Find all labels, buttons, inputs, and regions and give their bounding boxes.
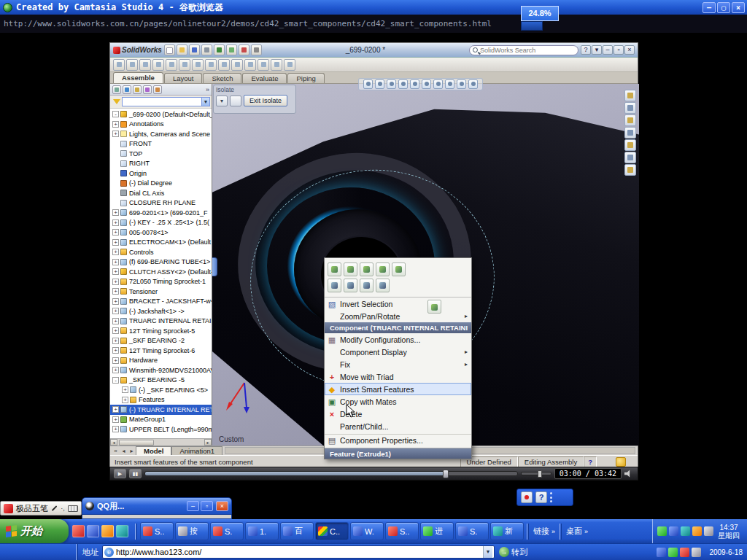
tree-expand-toggle[interactable]: - [112, 111, 119, 117]
view-toolbar-icon[interactable] [375, 79, 384, 89]
tray-icon[interactable] [680, 548, 689, 557]
tree-item[interactable]: + (-) TRUARC INTERNAL RETA [110, 405, 212, 415]
speaker-icon[interactable] [624, 470, 634, 478]
tree-expand-toggle[interactable] [112, 141, 119, 147]
taskbar-app-button[interactable]: 新 [490, 522, 524, 540]
tree-item[interactable]: + (-) Jackshaft<1> -> [110, 306, 212, 316]
taskbar-clock[interactable]: 14:37 星期四 [716, 524, 744, 540]
tree-item[interactable]: + UPPER BELT (Length=990m [110, 424, 212, 435]
panel-tab-icon[interactable] [153, 85, 162, 94]
volume-slider[interactable] [521, 472, 551, 475]
context-menu-item[interactable]: Fix ▸ [325, 358, 471, 370]
toolbar-icon[interactable] [189, 44, 200, 55]
tree-expand-toggle[interactable]: + [112, 239, 119, 246]
tree-item[interactable]: + (-) KEY - .25 X .25<1> (1.5( [110, 218, 212, 228]
go-button[interactable]: → 转到 [499, 547, 527, 558]
start-button[interactable]: 开始 [0, 519, 69, 543]
tree-expand-toggle[interactable] [112, 150, 119, 157]
toolbar-grip[interactable] [135, 524, 137, 540]
context-menu-icon[interactable] [328, 279, 341, 292]
toolbar-icon[interactable] [201, 44, 212, 55]
toolbar-icon[interactable] [192, 59, 204, 71]
address-input[interactable] [116, 548, 481, 556]
context-menu-icon[interactable] [344, 262, 357, 276]
search-input[interactable] [480, 47, 575, 54]
tree-expand-toggle[interactable] [112, 160, 119, 167]
toolbar-icon[interactable] [179, 59, 190, 71]
desktop-toolbar[interactable]: 桌面» [566, 526, 588, 537]
tree-item[interactable]: + Tensioner [110, 287, 212, 297]
toolbar-icon[interactable] [164, 44, 175, 55]
chevron-down-icon[interactable]: ▼ [201, 98, 209, 106]
tray-icon[interactable] [668, 548, 678, 557]
taskbar-app-button[interactable]: S.. [140, 522, 174, 540]
context-menu-icon[interactable] [344, 279, 357, 292]
tree-expand-toggle[interactable]: + [112, 268, 119, 275]
tree-expand-toggle[interactable]: + [112, 426, 119, 432]
window-control-button[interactable]: – [603, 45, 613, 55]
context-menu-icon[interactable] [360, 262, 374, 276]
right-toolbar-icon[interactable] [624, 152, 636, 163]
tree-expand-toggle[interactable] [112, 200, 119, 206]
view-toolbar-icon[interactable] [433, 79, 443, 89]
tree-expand-toggle[interactable]: + [112, 259, 119, 265]
tray-icon[interactable] [657, 526, 667, 536]
tree-expand-toggle[interactable]: - [112, 377, 119, 384]
context-menu-icon[interactable] [376, 262, 390, 276]
save-icon[interactable] [230, 96, 241, 106]
context-menu-item[interactable]: Modify Configurations... [325, 333, 471, 346]
context-menu-icon[interactable] [392, 262, 406, 276]
status-help-button[interactable]: ? [584, 456, 597, 467]
window-control-button[interactable]: ▾ [592, 45, 602, 55]
tree-item[interactable]: + 005-0078<1> [110, 228, 212, 238]
quick-launch-icon[interactable] [116, 525, 128, 537]
pause-button[interactable]: ▮▮ [129, 469, 142, 478]
tree-item[interactable]: + Features [110, 395, 212, 405]
tree-expand-toggle[interactable]: + [112, 219, 119, 226]
tree-item[interactable]: + (f) 699-BEARING TUBE<1> [110, 257, 212, 268]
tree-item[interactable]: + ELECTROCAM<1> (Default [110, 238, 212, 248]
browser-window-button[interactable]: – [703, 2, 716, 13]
view-toolbar-icon[interactable] [422, 79, 431, 89]
more-options-icon[interactable] [550, 492, 553, 502]
taskbar-app-button[interactable]: 按 [175, 522, 209, 540]
context-menu-icon[interactable] [376, 279, 390, 292]
toolbar-icon[interactable] [218, 59, 230, 71]
tree-expand-toggle[interactable]: + [112, 318, 119, 324]
tree-expand-toggle[interactable]: + [112, 338, 119, 344]
panel-splitter-handle[interactable] [212, 257, 217, 276]
command-tab[interactable]: Layout [164, 73, 203, 83]
tree-item[interactable]: + BRACKET - JACKSHAFT-w< [110, 297, 212, 307]
qq-window-button[interactable]: – [187, 501, 199, 511]
ime-pen-icon[interactable] [52, 505, 58, 511]
volume-thumb[interactable] [538, 470, 542, 478]
tree-item[interactable]: + 12T Timing Sprocket-5 [110, 326, 212, 336]
command-tab[interactable]: Assemble [113, 72, 163, 83]
context-menu-icon[interactable] [427, 300, 441, 314]
view-toolbar-icon[interactable] [468, 79, 478, 89]
right-toolbar-icon[interactable] [624, 127, 636, 139]
tab-nav-button[interactable]: ▸ [128, 448, 136, 454]
tree-expand-toggle[interactable]: + [112, 131, 119, 137]
toolbar-icon[interactable] [244, 59, 256, 71]
window-control-button[interactable]: ? [581, 45, 591, 55]
context-menu-item[interactable]: Insert Smart Features [325, 383, 471, 395]
tree-item[interactable]: + Hardware [110, 356, 212, 366]
view-toolbar-icon[interactable] [363, 79, 373, 89]
command-tab[interactable]: Piping [287, 73, 324, 83]
play-button[interactable]: ▶ [114, 469, 126, 478]
toolbar-icon[interactable] [226, 44, 237, 55]
bottom-tab[interactable]: Animation1 [171, 446, 222, 455]
browser-window-button[interactable]: ▢ [717, 2, 730, 13]
toolbar-icon[interactable] [177, 44, 187, 55]
tree-item[interactable]: + Annotations [110, 120, 212, 130]
toolbar-icon[interactable] [258, 59, 269, 71]
tree-expand-toggle[interactable]: + [112, 209, 119, 216]
quick-launch-icon[interactable] [72, 525, 85, 537]
scrollbar-thumb[interactable] [119, 440, 154, 446]
toolbar-icon[interactable] [205, 59, 217, 71]
ime-keyboard-icon[interactable] [68, 505, 78, 512]
tree-expand-toggle[interactable]: + [112, 121, 119, 128]
panel-tab-icon[interactable] [112, 85, 121, 94]
right-toolbar-icon[interactable] [624, 164, 636, 176]
